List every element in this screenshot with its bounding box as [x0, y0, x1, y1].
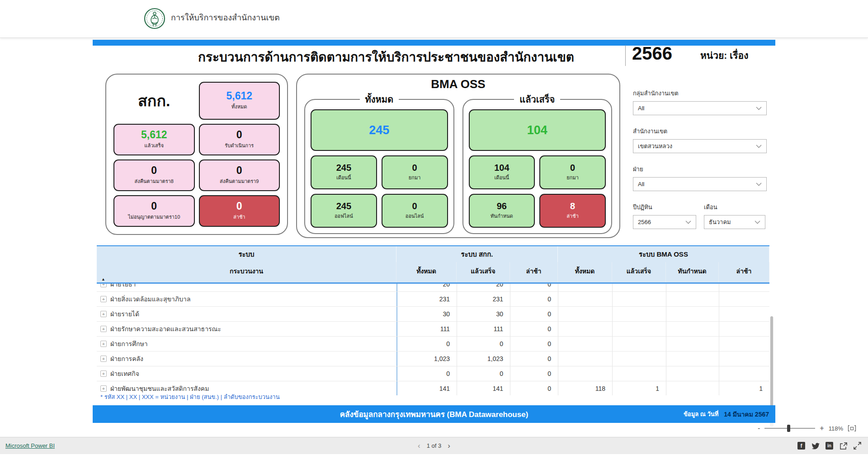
oss-group-legend: แล้วเสร็จ [514, 92, 560, 107]
cell-sakok-done: 30 [457, 307, 510, 321]
linkedin-icon[interactable]: in [825, 441, 834, 450]
kpi-value: 0 [570, 163, 575, 172]
expand-row-icon[interactable]: + [100, 385, 107, 392]
expand-row-icon[interactable]: + [100, 311, 107, 317]
previous-page-icon[interactable]: ‹ [418, 442, 420, 450]
kpi-label: ยกมา [566, 173, 579, 182]
fullscreen-icon[interactable] [853, 441, 862, 450]
zoom-out-button[interactable]: - [758, 425, 760, 432]
zoom-slider-handle[interactable] [787, 425, 790, 432]
kpi-card-oss-total-thismonth: 245 เดือนนี้ [311, 155, 377, 189]
expand-row-icon[interactable]: + [100, 296, 107, 302]
process-name: ฝ่ายโยธา [110, 284, 136, 289]
kpi-card-oss-total-carryover: 0 ยกมา [382, 155, 448, 189]
cell-sakok-late: 0 [510, 307, 558, 321]
expand-row-icon[interactable]: + [100, 284, 107, 287]
column-header-oss-done[interactable]: แล้วเสร็จ [612, 262, 666, 282]
kpi-label: ไม่อนุญาตตามมาตรา10 [128, 213, 180, 221]
month-dropdown[interactable]: ธันวาคม [704, 215, 765, 229]
column-header-sakok-late[interactable]: ล่าช้า [510, 262, 558, 282]
year-dropdown[interactable]: 2566 [633, 215, 696, 229]
table-group-header: ระบบ ระบบ สกก. ระบบ BMA OSS [97, 245, 769, 262]
process-name: ฝ่ายการศึกษา [110, 339, 148, 349]
column-header-process[interactable]: กระบวนงาน▲ [97, 262, 396, 282]
kpi-value: 5,612 [226, 91, 252, 101]
cell-oss-ontime [666, 292, 719, 306]
table-column-header: กระบวนงาน▲ ทั้งหมด แล้วเสร็จ ล่าช้า ทั้ง… [97, 262, 769, 284]
expand-row-icon[interactable]: + [100, 326, 107, 332]
scrollbar-thumb[interactable] [770, 316, 773, 415]
data-as-of-date: 14 มีนาคม 2567 [724, 409, 769, 419]
powerbi-report-page: การให้บริการของสำนักงานเขต กระบวนการด้าน… [0, 0, 868, 464]
table-row: +ฝ่ายการคลัง 1,023 1,023 0 [97, 352, 769, 366]
cell-oss-done [612, 307, 666, 321]
group-header-sakok: ระบบ สกก. [396, 246, 558, 262]
facebook-icon[interactable]: f [797, 441, 806, 450]
cell-oss-total [558, 307, 612, 321]
process-name: ฝ่ายการคลัง [110, 354, 143, 364]
sakok-panel: สกก. 5,612 ทั้งหมด 5,612 แล้วเสร็จ 0 รับ… [105, 74, 288, 235]
district-dropdown[interactable]: เขตสวนหลวง [633, 139, 767, 153]
cell-oss-late [719, 322, 769, 336]
process-name: ฝ่ายสิ่งแวดล้อมและสุขาภิบาล [110, 294, 191, 304]
zoom-slider[interactable] [764, 428, 815, 429]
kpi-value: 8 [570, 202, 575, 211]
cell-sakok-late: 0 [510, 322, 558, 336]
kpi-label: แล้วเสร็จ [144, 141, 164, 150]
chevron-down-icon [755, 220, 760, 224]
cell-oss-late [719, 307, 769, 321]
cell-oss-total [558, 366, 612, 381]
kpi-card-sakok-denied10: 0 ไม่อนุญาตตามมาตรา10 [113, 195, 195, 227]
kpi-label: เดือนนี้ [495, 173, 509, 182]
zoom-in-button[interactable]: + [820, 425, 824, 432]
cell-sakok-late: 0 [510, 381, 558, 395]
unit-label: หน่วย: เรื่อง [700, 48, 748, 63]
expand-row-icon[interactable]: + [100, 341, 107, 347]
data-as-of-label: ข้อมูล ณ วันที่ [684, 409, 718, 419]
cell-sakok-total: 231 [396, 292, 457, 306]
share-icon[interactable] [839, 441, 848, 450]
expand-row-icon[interactable]: + [100, 370, 107, 377]
cell-oss-ontime [666, 337, 719, 351]
kpi-value: 245 [336, 163, 351, 172]
zoom-control: - + 118% [758, 425, 856, 432]
dropdown-value: ธันวาคม [709, 217, 731, 227]
kpi-label: ทันกำหนด [491, 212, 513, 220]
bma-oss-panel: BMA OSS ทั้งหมด 245 245 เดือนนี้ 0 [296, 74, 620, 238]
cell-oss-total [558, 322, 612, 336]
table-row: +ฝ่ายสิ่งแวดล้อมและสุขาภิบาล 231 231 0 [97, 292, 769, 307]
process-name: ฝ่ายเทศกิจ [110, 369, 139, 379]
column-header-oss-total[interactable]: ทั้งหมด [558, 262, 612, 282]
kpi-value: 0 [151, 201, 157, 211]
cell-oss-ontime [666, 366, 719, 381]
kpi-card-oss-done-carryover: 0 ยกมา [539, 155, 606, 189]
cell-sakok-done: 1,023 [457, 352, 510, 366]
filter-label-district-group: กลุ่มสำนักงานเขต [633, 89, 767, 98]
report-title: กระบวนการด้านการติดตามการให้บริการประชาช… [146, 47, 626, 67]
department-dropdown[interactable]: All [633, 177, 767, 191]
kpi-card-sakok-return9: 0 ส่งคืนตามมาตรา9 [199, 159, 280, 191]
sakok-panel-title: สกก. [113, 82, 195, 120]
twitter-icon[interactable] [811, 441, 820, 450]
fit-to-page-icon[interactable] [848, 425, 856, 432]
cell-oss-total [558, 337, 612, 351]
dropdown-value: All [638, 181, 644, 187]
cell-oss-total [558, 284, 612, 291]
column-header-sakok-total[interactable]: ทั้งหมด [396, 262, 457, 282]
filter-label-district: สำนักงานเขต [633, 127, 767, 136]
column-header-oss-ontime[interactable]: ทันกำหนด [666, 262, 719, 282]
column-header-oss-late[interactable]: ล่าช้า [719, 262, 769, 282]
cell-oss-total: 118 [558, 381, 612, 395]
sort-ascending-icon[interactable]: ▲ [101, 277, 105, 281]
cell-sakok-total: 1,023 [396, 352, 457, 366]
kpi-value: 0 [412, 163, 417, 172]
cell-oss-done: 1 [612, 381, 666, 395]
column-header-sakok-done[interactable]: แล้วเสร็จ [457, 262, 510, 282]
kpi-value: 0 [151, 165, 157, 176]
expand-row-icon[interactable]: + [100, 356, 107, 362]
next-page-icon[interactable]: › [448, 442, 450, 450]
cell-oss-ontime [666, 352, 719, 366]
district-group-dropdown[interactable]: All [633, 101, 767, 115]
kpi-card-oss-done-ontime: 96 ทันกำหนด [469, 194, 535, 228]
kpi-card-oss-done: 104 [469, 109, 606, 151]
